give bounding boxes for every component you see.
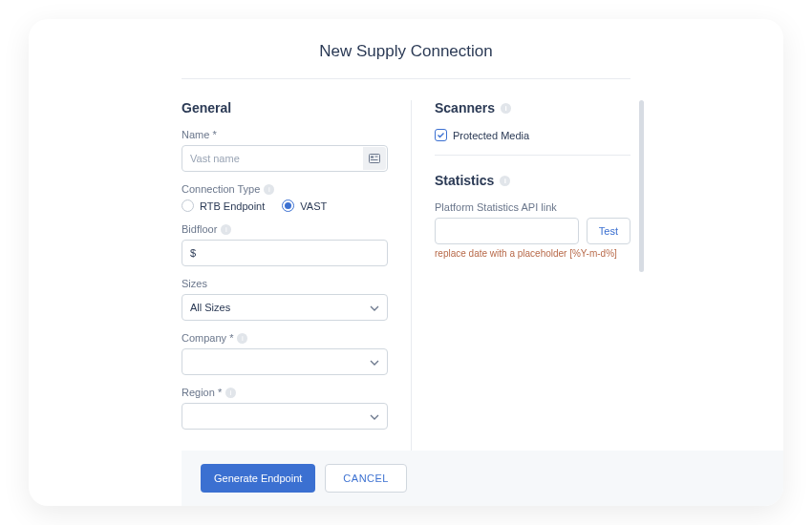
info-icon[interactable]: i: [225, 388, 236, 398]
title-divider: [182, 78, 630, 79]
region-select[interactable]: [182, 403, 388, 430]
bidfloor-label: Bidfloor i: [182, 223, 388, 235]
card-icon: [363, 147, 386, 170]
general-header: General: [182, 100, 388, 116]
api-link-hint: replace date with a placeholder [%Y-m-d%…: [435, 248, 630, 259]
radio-circle-checked-icon: [282, 200, 294, 212]
footer: Generate Endpoint CANCEL: [182, 451, 783, 506]
info-icon[interactable]: i: [264, 184, 274, 195]
radio-rtb-endpoint[interactable]: RTB Endpoint: [182, 200, 265, 212]
info-icon[interactable]: i: [237, 333, 247, 344]
radio-circle-icon: [182, 200, 194, 212]
radio-vast[interactable]: VAST: [282, 200, 327, 212]
cancel-button[interactable]: CANCEL: [325, 464, 407, 493]
protected-media-label: Protected Media: [453, 130, 529, 141]
chevron-down-icon: [370, 302, 379, 313]
generate-endpoint-button[interactable]: Generate Endpoint: [201, 464, 315, 493]
modal-card: New Supply Connection General Name * Vas…: [29, 19, 783, 506]
bidfloor-input[interactable]: $: [182, 240, 388, 266]
chevron-down-icon: [370, 356, 379, 368]
protected-media-row: Protected Media: [435, 129, 630, 141]
protected-media-checkbox[interactable]: [435, 129, 447, 141]
form-content: General Name * Vast name Connection Type…: [29, 100, 783, 453]
svg-rect-0: [370, 155, 380, 163]
general-section: General Name * Vast name Connection Type…: [182, 100, 411, 453]
info-icon[interactable]: i: [501, 103, 511, 114]
connection-type-group: RTB Endpoint VAST: [182, 200, 388, 212]
name-placeholder: Vast name: [190, 153, 240, 164]
svg-rect-1: [371, 157, 374, 158]
check-icon: [437, 131, 445, 139]
company-select[interactable]: [182, 348, 388, 375]
info-icon[interactable]: i: [500, 176, 510, 186]
sizes-label: Sizes: [182, 278, 388, 289]
api-link-label: Platform Statistics API link: [435, 201, 630, 213]
scrollbar-thumb[interactable]: [639, 100, 644, 272]
connection-type-label: Connection Type i: [182, 183, 388, 195]
info-icon[interactable]: i: [221, 224, 231, 235]
chevron-down-icon: [370, 410, 379, 422]
right-column: Scanners i Protected Media Statistics i …: [411, 100, 630, 453]
section-divider: [435, 155, 630, 156]
statistics-header: Statistics i: [435, 173, 630, 188]
sizes-select[interactable]: All Sizes: [182, 294, 388, 321]
company-label: Company * i: [182, 332, 388, 344]
page-title: New Supply Connection: [29, 42, 783, 61]
region-label: Region * i: [182, 387, 388, 398]
test-button[interactable]: Test: [587, 218, 630, 244]
name-label: Name *: [182, 129, 388, 140]
scrollbar[interactable]: [639, 100, 644, 425]
api-link-input[interactable]: [435, 218, 579, 244]
name-input[interactable]: Vast name: [182, 145, 388, 172]
scanners-header: Scanners i: [435, 100, 630, 116]
